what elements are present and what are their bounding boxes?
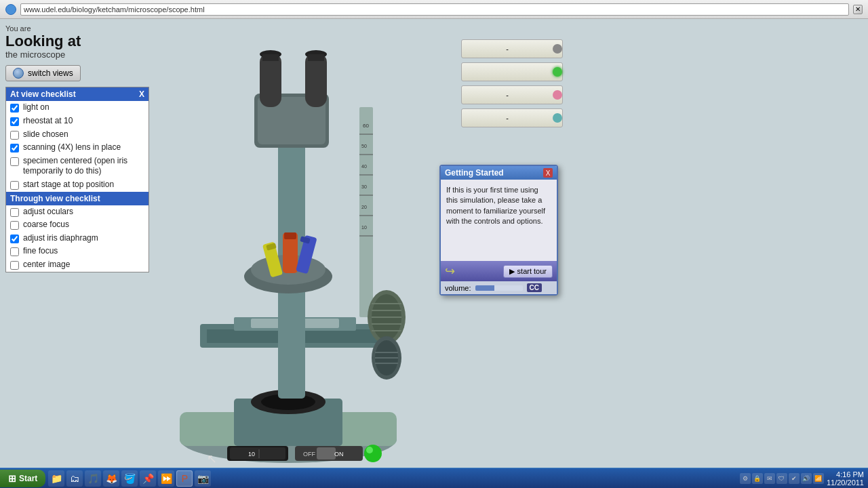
- control-dot-2: [553, 90, 562, 100]
- dialog-title: Getting Started: [445, 168, 504, 178]
- control-dot-0: [553, 44, 562, 54]
- checkbox-coarse-focus[interactable]: [10, 221, 19, 230]
- taskbar-sticky-icon[interactable]: 📌: [140, 470, 156, 487]
- checklist-item-0: light on: [6, 101, 149, 115]
- dialog-body: If this is your first time using this si…: [441, 180, 557, 261]
- taskbar-explorer-icon[interactable]: 📁: [48, 470, 64, 487]
- right-control-panel: - - -: [461, 39, 563, 127]
- start-label: Start: [19, 474, 37, 483]
- checklist-item-5: start stage at top position: [6, 178, 149, 192]
- svg-point-60: [364, 445, 382, 462]
- dialog-body-text: If this is your first time using this si…: [446, 186, 545, 225]
- start-tour-button[interactable]: ▶ start tour: [503, 265, 553, 278]
- checklist-item-3: scanning (4X) lens in place: [6, 141, 149, 155]
- checkbox-scanning-lens[interactable]: [10, 144, 19, 152]
- through-view-header: Through view checklist: [6, 192, 149, 205]
- switch-views-dot: [13, 68, 24, 79]
- microscope-area: 60 50 40 30 20 10: [146, 26, 437, 468]
- microscope-label: the microscope: [5, 49, 149, 60]
- through-item-4: center image: [6, 258, 149, 272]
- taskbar-media-icon[interactable]: 🎵: [85, 470, 101, 487]
- checklist-item-2: slide chosen: [6, 128, 149, 142]
- dialog-close-btn[interactable]: X: [543, 168, 553, 178]
- svg-text:30: 30: [361, 184, 367, 189]
- start-button[interactable]: ⊞ Start: [0, 470, 45, 487]
- cc-button[interactable]: CC: [527, 283, 542, 292]
- svg-rect-53: [230, 447, 285, 460]
- control-btn-0-label: -: [462, 45, 553, 53]
- checklist-item-4: specimen centered (open iris temporarily…: [6, 155, 149, 178]
- taskbar-arrow-icon[interactable]: ⏩: [158, 470, 174, 487]
- checkbox-center-image[interactable]: [10, 261, 19, 270]
- item-label-1: rheostat at 10: [23, 116, 73, 127]
- dialog-footer: ↪ ▶ start tour: [441, 261, 557, 281]
- svg-text:60: 60: [363, 123, 369, 129]
- through-item-3: fine focus: [6, 245, 149, 258]
- dialog-arrow-icon: ↪: [445, 264, 455, 279]
- taskbar-right: ⚙ 🔒 ✉ 🛡 ✔ 🔊 📶 4:16 PM 11/20/2011: [740, 470, 868, 487]
- tray-icon-7: 📶: [813, 473, 824, 484]
- volume-label: volume:: [445, 284, 471, 292]
- address-bar[interactable]: www.udel.edu/biology/ketcham/microscope/…: [20, 3, 849, 16]
- checklist-close-btn[interactable]: X: [139, 89, 144, 99]
- checkbox-slide[interactable]: [10, 131, 19, 140]
- through-title: Through view checklist: [10, 194, 100, 203]
- checkbox-start-stage[interactable]: [10, 181, 19, 190]
- switch-views-label: switch views: [28, 68, 73, 78]
- svg-text:10: 10: [361, 225, 367, 230]
- through-label-1: coarse focus: [23, 220, 69, 230]
- tray-icon-1: ⚙: [740, 473, 751, 484]
- url-text: www.udel.edu/biology/ketcham/microscope/…: [24, 5, 205, 14]
- svg-text:40: 40: [361, 164, 367, 169]
- taskbar-quick-launch: 📁 🗂 🎵 🦊 🪣 📌 ⏩ P 📷: [48, 470, 211, 487]
- control-dot-3: [553, 113, 562, 123]
- system-tray-icons: ⚙ 🔒 ✉ 🛡 ✔ 🔊 📶: [740, 473, 824, 484]
- control-btn-2[interactable]: -: [461, 85, 563, 104]
- through-label-3: fine focus: [23, 246, 58, 257]
- checkbox-rheostat[interactable]: [10, 117, 19, 126]
- taskbar-powerpoint-icon[interactable]: P: [176, 470, 193, 487]
- control-btn-0[interactable]: -: [461, 39, 563, 58]
- svg-text:OFF: OFF: [303, 451, 315, 458]
- control-btn-3[interactable]: -: [461, 108, 563, 127]
- taskbar-screenshot-icon[interactable]: 📷: [195, 470, 211, 487]
- start-tour-label: start tour: [517, 267, 547, 275]
- browser-close-btn[interactable]: ✕: [853, 5, 863, 14]
- volume-slider[interactable]: [475, 285, 523, 291]
- svg-rect-29: [284, 232, 296, 239]
- svg-point-61: [366, 447, 373, 453]
- svg-text:ON: ON: [334, 451, 344, 458]
- main-content: You are Looking at the microscope switch…: [0, 19, 868, 468]
- browser-bar: www.udel.edu/biology/ketcham/microscope/…: [0, 0, 868, 19]
- clock-display: 4:16 PM 11/20/2011: [827, 470, 864, 487]
- item-label-3: scanning (4X) lens in place: [23, 142, 121, 153]
- item-label-2: slide chosen: [23, 129, 68, 140]
- windows-icon: ⊞: [8, 473, 16, 484]
- control-btn-2-label: -: [462, 91, 553, 99]
- control-btn-1[interactable]: [461, 62, 563, 81]
- through-label-0: adjust oculars: [23, 207, 73, 218]
- clock-time: 4:16 PM: [827, 470, 864, 479]
- microscope-svg: 60 50 40 30 20 10: [146, 26, 437, 466]
- checkbox-iris[interactable]: [10, 235, 19, 243]
- switch-views-button[interactable]: switch views: [5, 65, 81, 81]
- tray-icon-4: 🛡: [776, 473, 787, 484]
- tray-icon-2: 🔒: [752, 473, 763, 484]
- tray-icon-5: ✔: [789, 473, 800, 484]
- svg-rect-39: [308, 54, 324, 61]
- taskbar-firefox-icon[interactable]: 🦊: [103, 470, 119, 487]
- item-label-0: light on: [23, 102, 50, 113]
- checkbox-specimen[interactable]: [10, 157, 19, 166]
- svg-text:10: 10: [248, 451, 255, 458]
- checklist-item-1: rheostat at 10: [6, 115, 149, 128]
- through-item-1: coarse focus: [6, 218, 149, 232]
- checkbox-oculars[interactable]: [10, 208, 19, 217]
- taskbar-folder-icon[interactable]: 🗂: [66, 470, 83, 487]
- left-panel: You are Looking at the microscope switch…: [0, 19, 155, 278]
- taskbar-app1-icon[interactable]: 🪣: [121, 470, 138, 487]
- looking-at-title: Looking at: [5, 33, 149, 49]
- checkbox-light-on[interactable]: [10, 104, 19, 113]
- through-item-2: adjust iris diaphragm: [6, 232, 149, 245]
- through-item-0: adjust oculars: [6, 205, 149, 219]
- checkbox-fine-focus[interactable]: [10, 247, 19, 256]
